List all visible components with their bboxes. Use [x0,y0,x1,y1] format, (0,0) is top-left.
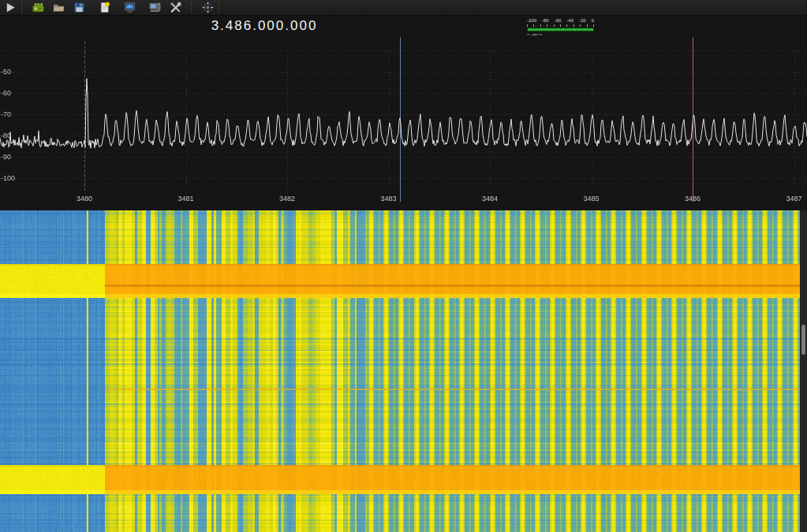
scrollbar-handle[interactable] [801,325,805,355]
y-axis-label: -100 [1,174,18,182]
x-axis-label: 3482 [274,195,301,203]
toolbar [0,0,807,16]
open-folder-icon [53,2,65,13]
y-axis-label: -80 [1,132,18,140]
toolbar-separator [219,2,219,13]
y-axis-label: -90 [1,153,18,161]
meter-scale-label: 0 [592,18,594,24]
record-file-button[interactable] [96,1,112,15]
x-axis-label: 3487 [781,195,807,203]
x-axis-label: 3484 [476,195,503,203]
meter-scale-label: -20 [579,18,586,24]
waterfall-scrollbar[interactable] [800,210,807,532]
play-icon [5,2,17,13]
x-axis-label: 3486 [679,195,706,203]
y-axis-label: -70 [1,110,18,118]
meter-scale-labels: -100-80-60-40-200 [527,18,594,24]
open-file-button[interactable] [50,1,66,15]
spectrum-panel: 3.486.000.000 -100-80-60-40-200 0 dBFS N… [0,16,807,210]
toolbar-separator [191,2,192,13]
pan-view-button[interactable] [200,1,215,15]
monitor-waveform-icon [124,2,136,13]
center-frequency-display[interactable]: 3.486.000.000 [188,18,341,34]
x-axis-label: 3483 [375,195,402,203]
x-axis-label: 3480 [71,195,98,203]
y-axis-label: -60 [1,89,18,97]
sdr-device-icon [32,2,44,13]
tools-button[interactable] [167,1,183,15]
meter-scale-label: -40 [566,18,573,24]
pan-crosshair-icon [202,2,214,13]
x-axis-label: 3485 [578,195,605,203]
remote-device-button[interactable] [147,1,163,15]
meter-scale-label: -60 [555,18,562,24]
record-file-icon [99,2,110,13]
toolbar-separator [21,2,22,13]
spectrum-display-button[interactable] [121,1,137,15]
meter-scale-label: -80 [542,18,549,24]
waterfall-display[interactable] [0,210,800,532]
save-capture-button[interactable] [71,1,87,15]
meter-tick-ruler [527,24,594,27]
sdr-app-window: 3.486.000.000 -100-80-60-40-200 0 dBFS N… [0,0,807,532]
sdr-device-button[interactable] [30,1,46,15]
meter-scale-label: -100 [527,18,536,24]
y-axis-label: -50 [1,68,18,76]
meter-level-bar [527,28,594,32]
play-button[interactable] [2,1,18,15]
spectrum-plot[interactable] [0,35,807,203]
computer-icon [149,2,161,13]
x-axis-label: 3481 [173,195,200,203]
save-floppy-icon [73,2,85,13]
tools-icon [170,2,181,13]
